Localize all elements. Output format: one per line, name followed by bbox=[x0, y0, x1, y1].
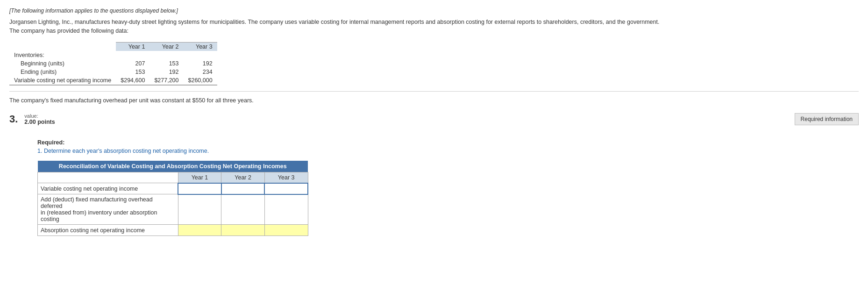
page-wrapper: [The following information applies to th… bbox=[0, 0, 868, 300]
variable-income-y2: $277,200 bbox=[149, 76, 183, 85]
divider bbox=[9, 91, 859, 92]
question-meta: value: 2.00 points bbox=[24, 113, 55, 125]
ending-y1: 153 bbox=[116, 68, 149, 76]
recon-absorption-y1-cell[interactable] bbox=[178, 225, 221, 236]
question-section: 3. value: 2.00 points Required informati… bbox=[9, 113, 859, 125]
row-beginning-label: Beginning (units) bbox=[9, 59, 116, 68]
col-year3: Year 3 bbox=[184, 42, 217, 51]
data-table: Year 1 Year 2 Year 3 Inventories: Beginn… bbox=[9, 42, 217, 86]
recon-variable-y2-input[interactable] bbox=[225, 186, 262, 192]
reconciliation-table: Reconciliation of Variable Costing and A… bbox=[37, 161, 308, 236]
recon-adddeduct-y3-input[interactable] bbox=[268, 206, 305, 213]
recon-absorption-y2-cell[interactable] bbox=[221, 225, 265, 236]
recon-col-year1: Year 1 bbox=[178, 172, 221, 183]
row-variable-income: Variable costing net operating income $2… bbox=[9, 76, 217, 85]
recon-variable-y1-input[interactable] bbox=[181, 186, 218, 192]
question-number: 3. bbox=[9, 113, 18, 125]
recon-col-year2: Year 2 bbox=[221, 172, 265, 183]
fixed-note: The company's fixed manufacturing overhe… bbox=[9, 97, 859, 104]
ending-y2: 192 bbox=[149, 68, 183, 76]
recon-variable-y3-cell[interactable] bbox=[264, 183, 308, 194]
recon-absorption-y3-cell[interactable] bbox=[264, 225, 308, 236]
recon-row-absorption: Absorption costing net operating income bbox=[38, 225, 308, 236]
recon-variable-y3-input[interactable] bbox=[268, 186, 305, 192]
recon-row-adddeduct: Add (deduct) fixed manufacturing overhea… bbox=[38, 194, 308, 225]
recon-adddeduct-label: Add (deduct) fixed manufacturing overhea… bbox=[38, 194, 178, 225]
recon-col-year3: Year 3 bbox=[264, 172, 308, 183]
recon-variable-y2-cell[interactable] bbox=[221, 183, 265, 194]
col-label-header bbox=[38, 172, 178, 183]
recon-adddeduct-y3-cell[interactable] bbox=[264, 194, 308, 225]
recon-adddeduct-y2-cell[interactable] bbox=[221, 194, 265, 225]
intro-text: Jorgansen Lighting, Inc., manufactures h… bbox=[9, 18, 663, 36]
row-variable-income-label: Variable costing net operating income bbox=[9, 76, 116, 85]
value-label: value: bbox=[24, 113, 55, 119]
row-inventories: Inventories: bbox=[9, 51, 217, 59]
required-section: Required: 1. Determine each year's absor… bbox=[37, 139, 859, 236]
required-heading: Required: bbox=[37, 139, 859, 146]
required-item1: 1. Determine each year's absorption cost… bbox=[37, 148, 859, 154]
recon-adddeduct-y2-input[interactable] bbox=[224, 206, 262, 213]
reconciliation-title-row: Reconciliation of Variable Costing and A… bbox=[38, 161, 308, 172]
recon-absorption-y3-input[interactable] bbox=[268, 227, 305, 234]
italic-note: [The following information applies to th… bbox=[9, 7, 859, 14]
col-year1: Year 1 bbox=[116, 42, 149, 51]
beginning-y1: 207 bbox=[116, 59, 149, 68]
row-beginning: Beginning (units) 207 153 192 bbox=[9, 59, 217, 68]
points-label: 2.00 points bbox=[24, 119, 55, 125]
recon-row-variable: Variable costing net operating income bbox=[38, 183, 308, 194]
col-year2: Year 2 bbox=[149, 42, 183, 51]
reconciliation-title: Reconciliation of Variable Costing and A… bbox=[38, 161, 308, 172]
variable-income-y3: $260,000 bbox=[184, 76, 217, 85]
recon-variable-y1-cell[interactable] bbox=[178, 183, 221, 194]
recon-absorption-label: Absorption costing net operating income bbox=[38, 225, 178, 236]
row-ending: Ending (units) 153 192 234 bbox=[9, 68, 217, 76]
beginning-y2: 153 bbox=[149, 59, 183, 68]
recon-adddeduct-y1-cell[interactable] bbox=[178, 194, 221, 225]
ending-y3: 234 bbox=[184, 68, 217, 76]
required-information-button[interactable]: Required information bbox=[795, 113, 859, 125]
row-inventories-label: Inventories: bbox=[9, 51, 116, 59]
recon-absorption-y1-input[interactable] bbox=[181, 227, 219, 234]
recon-variable-label: Variable costing net operating income bbox=[38, 183, 178, 194]
variable-income-y1: $294,600 bbox=[116, 76, 149, 85]
reconciliation-header-row: Year 1 Year 2 Year 3 bbox=[38, 172, 308, 183]
row-ending-label: Ending (units) bbox=[9, 68, 116, 76]
recon-absorption-y2-input[interactable] bbox=[224, 227, 262, 234]
beginning-y3: 192 bbox=[184, 59, 217, 68]
recon-adddeduct-y1-input[interactable] bbox=[181, 206, 219, 213]
